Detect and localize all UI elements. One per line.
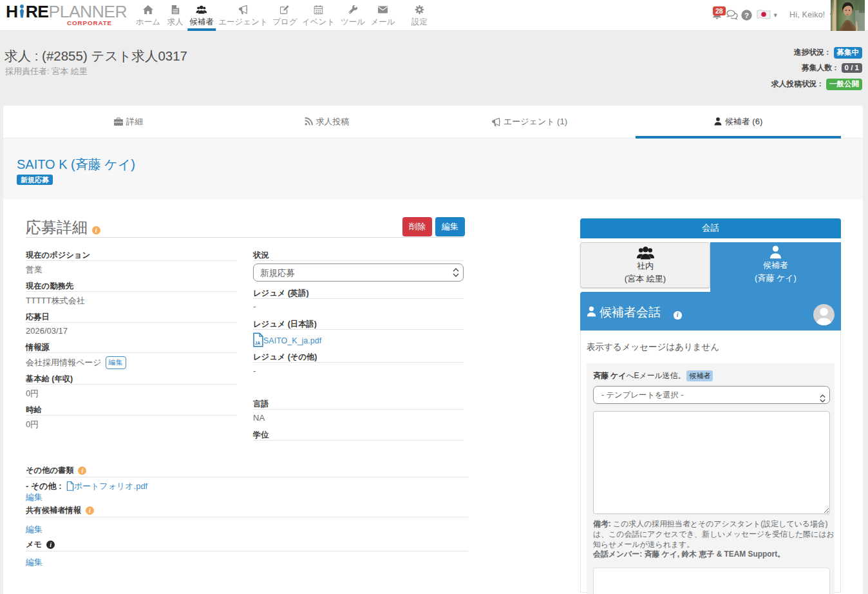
svg-text:JA: JA (255, 341, 261, 345)
svg-text:?: ? (744, 12, 749, 19)
